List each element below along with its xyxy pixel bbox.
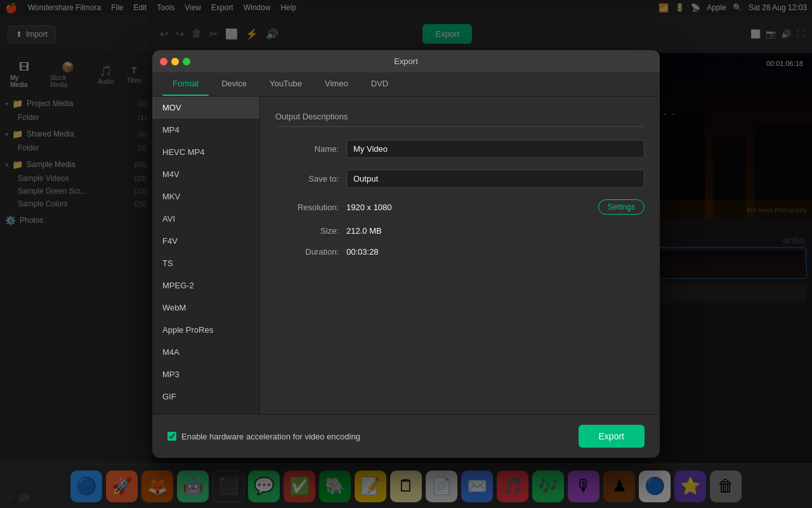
save-to-field-row: Save to: Output	[275, 170, 645, 188]
format-details: Output Descriptions Name: Save to: Outpu…	[260, 97, 660, 414]
resolution-field-row: Resolution: 1920 x 1080 Settings	[275, 199, 645, 215]
hw-accel-row: Enable hardware acceleration for video e…	[167, 432, 360, 441]
duration-value: 00:03:28	[346, 247, 645, 257]
save-to-select[interactable]: Output	[346, 170, 645, 188]
traffic-lights	[160, 58, 190, 65]
modal-body: MOV MP4 HEVC MP4 M4V MKV AVI F4V TS MPEG…	[152, 97, 660, 414]
maximize-button[interactable]	[183, 58, 190, 65]
format-item-mov[interactable]: MOV	[152, 97, 259, 119]
size-field-row: Size: 212.0 MB	[275, 226, 645, 236]
format-item-mkv[interactable]: MKV	[152, 185, 259, 208]
tab-device[interactable]: Device	[211, 72, 257, 96]
modal-footer: Enable hardware acceleration for video e…	[152, 414, 660, 458]
format-item-mpeg2[interactable]: MPEG-2	[152, 274, 259, 297]
modal-tabs: Format Device YouTube Vimeo DVD	[152, 72, 660, 97]
name-input[interactable]	[346, 140, 645, 158]
output-desc-title: Output Descriptions	[275, 112, 645, 127]
modal-titlebar: Export	[152, 50, 660, 72]
tab-dvd[interactable]: DVD	[361, 72, 398, 96]
modal-title: Export	[394, 57, 418, 66]
format-item-apple-prores[interactable]: Apple ProRes	[152, 319, 259, 341]
tab-youtube[interactable]: YouTube	[259, 72, 312, 96]
format-item-ts[interactable]: TS	[152, 252, 259, 274]
resolution-label: Resolution:	[275, 203, 339, 212]
hw-accel-label: Enable hardware acceleration for video e…	[181, 432, 360, 441]
size-value: 212.0 MB	[346, 226, 645, 236]
settings-button[interactable]: Settings	[598, 199, 645, 215]
format-item-mp3[interactable]: MP3	[152, 363, 259, 385]
format-list: MOV MP4 HEVC MP4 M4V MKV AVI F4V TS MPEG…	[152, 97, 260, 414]
format-item-m4v[interactable]: M4V	[152, 163, 259, 185]
resolution-value: 1920 x 1080	[346, 203, 591, 212]
size-label: Size:	[275, 226, 339, 236]
export-button-modal[interactable]: Export	[579, 425, 645, 448]
duration-label: Duration:	[275, 247, 339, 257]
save-to-label: Save to:	[275, 174, 339, 184]
format-item-m4a[interactable]: M4A	[152, 341, 259, 363]
format-item-f4v[interactable]: F4V	[152, 230, 259, 252]
hw-accel-checkbox[interactable]	[167, 432, 176, 441]
export-modal: Export Format Device YouTube Vimeo DVD M…	[152, 50, 660, 458]
tab-format[interactable]: Format	[162, 72, 209, 96]
save-to-wrapper: Output	[346, 170, 645, 188]
minimize-button[interactable]	[171, 58, 179, 65]
name-field-row: Name:	[275, 140, 645, 158]
format-item-hevc-mp4[interactable]: HEVC MP4	[152, 141, 259, 163]
close-button[interactable]	[160, 58, 167, 65]
name-label: Name:	[275, 144, 339, 154]
tab-vimeo[interactable]: Vimeo	[315, 72, 358, 96]
format-item-avi[interactable]: AVI	[152, 208, 259, 230]
duration-field-row: Duration: 00:03:28	[275, 247, 645, 257]
format-item-mp4[interactable]: MP4	[152, 119, 259, 141]
modal-overlay: Export Format Device YouTube Vimeo DVD M…	[0, 0, 812, 508]
format-item-gif[interactable]: GIF	[152, 385, 259, 408]
format-item-webm[interactable]: WebM	[152, 297, 259, 319]
